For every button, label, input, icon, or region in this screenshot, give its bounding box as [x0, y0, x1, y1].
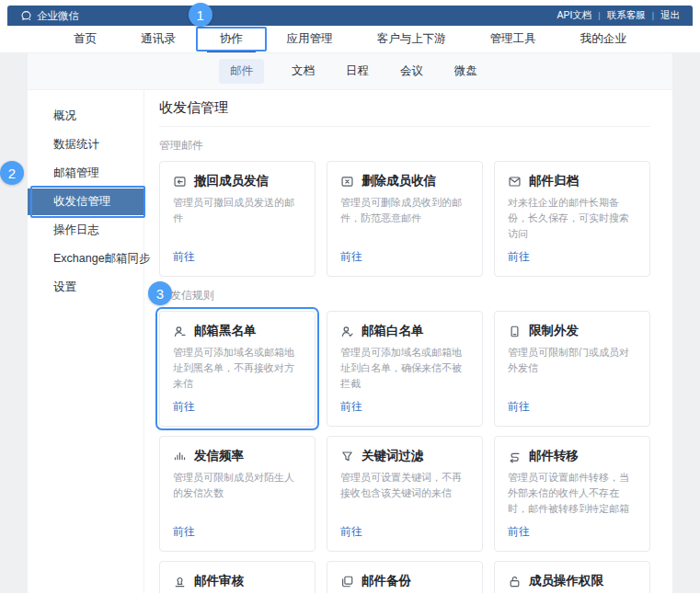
card-title: 关键词过滤	[361, 448, 424, 464]
card-head: 发信频率	[173, 448, 302, 464]
sidebar-item-4[interactable]: 操作日志	[28, 217, 143, 244]
separator: |	[652, 11, 654, 20]
keyword-filter-icon	[340, 450, 354, 463]
send-frequency-icon	[173, 450, 187, 463]
nav-item-6[interactable]: 我的企业	[569, 26, 637, 52]
main-nav: 首页通讯录协作1应用管理客户与上下游管理工具我的企业	[0, 26, 700, 53]
card-head: 成员操作权限	[508, 573, 637, 589]
card-description: 管理员可设置关键词，不再接收包含该关键词的来信	[340, 470, 469, 501]
topbar-links: API文档|联系客服|退出	[557, 9, 680, 22]
go-link[interactable]: 前往	[173, 517, 195, 540]
top-bar: 企业微信 API文档|联系客服|退出	[7, 6, 693, 26]
nav-item-4[interactable]: 客户与上下游	[366, 26, 457, 52]
sidebar-item-0[interactable]: 概况	[28, 103, 143, 130]
tab-4[interactable]: 微盘	[451, 59, 481, 84]
feature-card: 发信频率管理员可限制成员对陌生人的发信次数前往	[159, 436, 316, 552]
nav-item-5[interactable]: 管理工具	[479, 26, 547, 52]
topbar-link[interactable]: API文档	[557, 9, 591, 22]
section-label: 管理邮件	[159, 138, 203, 154]
feature-card: 撤回成员发信管理员可撤回成员发送的邮件前往	[159, 161, 316, 277]
card-grid: 撤回成员发信管理员可撤回成员发送的邮件前往删除成员收信管理员可删除成员收到的邮件…	[159, 161, 650, 277]
nav-item-0[interactable]: 首页	[63, 26, 108, 52]
admin-panel: 邮件文档日程会议微盘 概况数据统计邮箱管理收发信管理2操作日志Exchange邮…	[28, 53, 672, 593]
go-link[interactable]: 前往	[340, 517, 362, 540]
restrict-outgoing-icon	[508, 325, 522, 338]
sidebar-item-6[interactable]: 设置	[28, 274, 143, 301]
nav-item-1[interactable]: 通讯录	[130, 26, 187, 52]
nav-item-label: 通讯录	[141, 31, 176, 47]
card-title: 邮件转移	[529, 448, 579, 464]
app-tabs: 邮件文档日程会议微盘	[28, 53, 672, 90]
annotation-step-2: 2	[0, 161, 24, 185]
card-head: 限制外发	[508, 323, 637, 339]
topbar-link[interactable]: 联系客服	[607, 9, 646, 22]
tab-2[interactable]: 日程	[342, 59, 373, 84]
section-label-text: 收发信规则	[159, 289, 214, 302]
user-whitelist-icon	[340, 325, 354, 338]
delete-mail-icon	[340, 175, 354, 188]
tab-1[interactable]: 文档	[288, 59, 318, 84]
section-label-text: 管理邮件	[159, 139, 203, 152]
card-title: 邮件备份	[361, 573, 411, 589]
feature-card: 成员操作权限管理员可以允许成员设置邮件自动转发和恢复被删除的邮件前往	[494, 561, 650, 593]
go-link[interactable]: 前往	[508, 242, 530, 265]
card-description: 管理员可撤回成员发送的邮件	[173, 195, 302, 226]
sidebar-item-3[interactable]: 收发信管理2	[28, 188, 143, 215]
content-area: 邮件文档日程会议微盘 概况数据统计邮箱管理收发信管理2操作日志Exchange邮…	[0, 53, 700, 593]
card-description: 管理员可限制部门或成员对外发信	[508, 345, 637, 376]
feature-card: 邮件归档对来往企业的邮件长期备份，长久保存，可实时搜索访问前往	[494, 161, 650, 277]
card-head: 撤回成员发信	[173, 173, 302, 189]
sidebar-item-2[interactable]: 邮箱管理	[28, 160, 143, 187]
go-link[interactable]: 前往	[173, 242, 195, 265]
tab-0[interactable]: 邮件	[219, 59, 264, 84]
go-link[interactable]: 前往	[173, 392, 195, 415]
topbar-link[interactable]: 退出	[660, 9, 680, 22]
sidebar-item-1[interactable]: 数据统计	[28, 131, 143, 158]
feature-card: 邮件备份管理员可设置备份规则，符合规则的邮件被复制一份到特定邮箱前往	[327, 561, 483, 593]
card-description: 管理员可限制成员对陌生人的发信次数	[173, 470, 302, 501]
wework-logo-icon	[20, 10, 32, 22]
nav-item-label: 客户与上下游	[377, 31, 446, 47]
card-title: 邮件审核	[194, 573, 244, 589]
sidebar-item-5[interactable]: Exchange邮箱同步	[28, 246, 143, 272]
main-content: 收发信管理 管理邮件撤回成员发信管理员可撤回成员发送的邮件前往删除成员收信管理员…	[144, 90, 672, 593]
nav-item-3[interactable]: 应用管理	[276, 26, 344, 52]
tab-3[interactable]: 会议	[396, 59, 427, 84]
mail-archive-icon	[508, 175, 522, 188]
card-title: 发信频率	[194, 448, 244, 464]
nav-item-label: 协作	[220, 31, 243, 47]
feature-card: 删除成员收信管理员可删除成员收到的邮件，防范恶意邮件前往	[327, 161, 483, 277]
sidebar-item-label: 概况	[53, 109, 76, 122]
member-permission-icon	[508, 575, 522, 588]
page-title: 收发信管理	[159, 96, 650, 127]
nav-item-label: 我的企业	[580, 31, 626, 47]
brand: 企业微信	[20, 9, 79, 23]
card-head: 邮箱黑名单	[173, 323, 302, 339]
nav-item-label: 首页	[74, 31, 97, 47]
card-head: 邮件归档	[508, 173, 637, 189]
card-description: 管理员可添加域名或邮箱地址到白名单，确保来信不被拦截	[340, 345, 469, 392]
sidebar-item-label: Exchange邮箱同步	[53, 252, 151, 265]
card-grid: 邮箱黑名单管理员可添加域名或邮箱地址到黑名单，不再接收对方来信前往邮箱白名单管理…	[159, 311, 650, 593]
sidebar-item-label: 操作日志	[53, 223, 99, 236]
card-description: 对来往企业的邮件长期备份，长久保存，可实时搜索访问	[508, 195, 637, 242]
sidebar-item-label: 收发信管理	[53, 195, 111, 208]
separator: |	[598, 11, 600, 20]
card-description: 管理员可设置邮件转移，当外部来信的收件人不存在时，邮件被转移到特定邮箱	[508, 470, 637, 517]
card-description: 管理员可删除成员收到的邮件，防范恶意邮件	[340, 195, 469, 226]
go-link[interactable]: 前往	[340, 242, 362, 265]
go-link[interactable]: 前往	[340, 392, 362, 415]
card-head: 关键词过滤	[340, 448, 469, 464]
go-link[interactable]: 前往	[508, 392, 530, 415]
recall-mail-icon	[173, 175, 187, 188]
feature-card: 邮件转移管理员可设置邮件转移，当外部来信的收件人不存在时，邮件被转移到特定邮箱前…	[494, 436, 650, 552]
card-title: 成员操作权限	[529, 573, 603, 589]
feature-card: 限制外发管理员可限制部门或成员对外发信前往	[494, 311, 650, 427]
card-title: 删除成员收信	[361, 173, 436, 189]
card-head: 邮件审核	[173, 573, 302, 589]
nav-item-2[interactable]: 协作1	[209, 26, 254, 52]
feature-card: 邮件审核管理员可设置对特殊邮件进行审核，通过审核的邮件才可发送前往	[159, 561, 316, 593]
mail-review-icon	[173, 575, 187, 588]
go-link[interactable]: 前往	[508, 517, 530, 540]
card-title: 限制外发	[529, 323, 579, 339]
